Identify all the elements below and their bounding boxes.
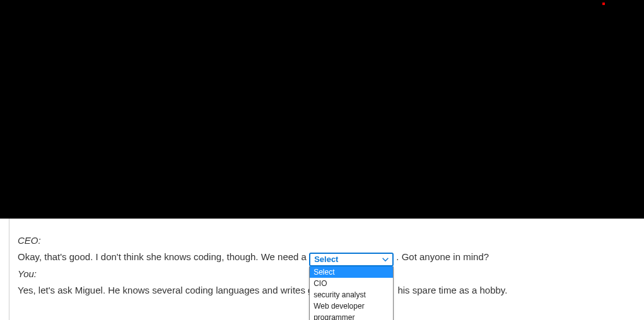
dialogue-panel: CEO: Okay, that's good. I don't think sh… bbox=[10, 219, 643, 320]
job-role-option-cio[interactable]: CIO bbox=[310, 278, 393, 289]
indicator-dot bbox=[602, 3, 605, 5]
job-role-options-list: Select CIO security analyst Web develope… bbox=[309, 266, 394, 320]
speaker-ceo-label: CEO: bbox=[18, 235, 41, 246]
ceo-text-before: Okay, that's good. I don't think she kno… bbox=[18, 251, 309, 262]
job-role-option-select[interactable]: Select bbox=[310, 266, 393, 278]
ceo-text-after: . Got anyone in mind? bbox=[396, 251, 489, 262]
speaker-you-label: You: bbox=[18, 268, 37, 279]
ceo-line: Okay, that's good. I don't think she kno… bbox=[18, 250, 636, 265]
job-role-combobox[interactable]: Select bbox=[309, 253, 394, 266]
job-role-dropdown[interactable]: Select Select CIO security analyst Web d… bbox=[309, 253, 394, 266]
job-role-option-security-analyst[interactable]: security analyst bbox=[310, 289, 393, 300]
job-role-option-web-developer[interactable]: Web developer bbox=[310, 300, 393, 312]
job-role-selected-value: Select bbox=[314, 254, 338, 264]
you-text-after: his spare time as a hobby. bbox=[397, 285, 507, 295]
chevron-down-icon bbox=[381, 255, 390, 264]
left-divider bbox=[0, 219, 9, 320]
job-role-option-programmer[interactable]: programmer bbox=[310, 312, 393, 320]
video-or-banner-area bbox=[0, 0, 644, 219]
you-text-before: Yes, let's ask Miguel. He knows several … bbox=[18, 285, 313, 295]
